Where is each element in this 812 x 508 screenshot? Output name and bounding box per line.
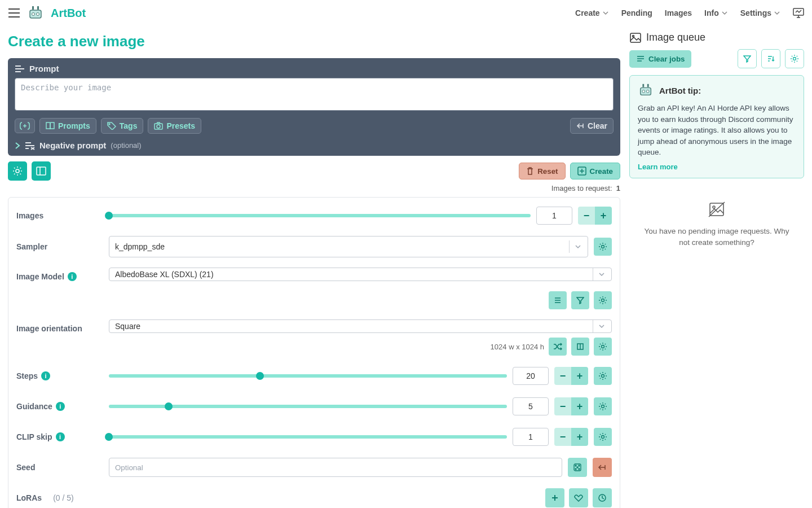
queue-sort[interactable]	[761, 49, 780, 68]
loras-fav[interactable]	[569, 488, 588, 507]
brand-title[interactable]: ArtBot	[51, 7, 86, 20]
tip-body: Grab an API key! An AI Horde API key all…	[638, 103, 796, 158]
nav-monitor-icon[interactable]	[793, 8, 804, 18]
steps-minus[interactable]: −	[554, 367, 571, 385]
no-image-icon	[629, 201, 804, 218]
info-icon[interactable]: i	[68, 272, 77, 281]
prompt-label: Prompt	[29, 64, 59, 73]
model-select[interactable]: AlbedoBase XL (SDXL) (21)	[109, 268, 612, 281]
settings-view-button[interactable]	[8, 161, 27, 181]
nav-info[interactable]: Info	[704, 8, 728, 17]
prompt-input[interactable]	[15, 78, 614, 111]
layout-view-button[interactable]	[32, 161, 51, 181]
seed-random-button[interactable]	[568, 458, 587, 477]
images-to-request: Images to request: 1	[8, 184, 620, 192]
sampler-select[interactable]: k_dpmpp_sde	[109, 236, 588, 257]
steps-gear[interactable]	[594, 367, 612, 385]
images-slider[interactable]	[109, 214, 531, 217]
images-minus[interactable]: −	[578, 207, 595, 225]
images-value[interactable]	[536, 207, 572, 225]
clipskip-gear[interactable]	[594, 428, 612, 446]
clipskip-plus[interactable]: +	[571, 428, 588, 446]
seed-clear-button[interactable]	[593, 458, 612, 477]
loras-history[interactable]	[593, 488, 612, 507]
create-button[interactable]: Create	[570, 163, 621, 179]
orientation-gear[interactable]	[594, 338, 612, 356]
camera-icon	[154, 122, 163, 130]
prompts-button[interactable]: Prompts	[39, 118, 96, 134]
guidance-slider[interactable]	[109, 405, 507, 408]
columns-icon	[36, 167, 46, 176]
seed-input[interactable]	[109, 458, 562, 477]
model-list-button[interactable]	[549, 291, 567, 309]
clipskip-value[interactable]	[513, 428, 549, 446]
image-icon	[629, 32, 642, 43]
sampler-label: Sampler	[16, 242, 101, 251]
learn-more-link[interactable]: Learn more	[638, 163, 678, 171]
info-icon[interactable]: i	[56, 402, 65, 411]
negative-prompt-toggle[interactable]: Negative prompt (optional)	[15, 141, 614, 150]
steps-plus[interactable]: +	[571, 367, 588, 385]
orientation-select[interactable]: Square	[109, 319, 612, 333]
steps-value[interactable]	[513, 367, 549, 385]
chevron-down-icon	[574, 243, 582, 251]
clear-prompt-button[interactable]: Clear	[570, 118, 614, 134]
orientation-shuffle[interactable]	[549, 338, 567, 356]
orientation-label: Image orientation	[16, 319, 101, 333]
orientation-crop[interactable]	[571, 338, 589, 356]
guidance-gear[interactable]	[594, 397, 612, 415]
info-icon[interactable]: i	[41, 371, 50, 380]
nav-images[interactable]: Images	[665, 8, 692, 17]
svg-point-42	[602, 436, 604, 439]
guidance-plus[interactable]: +	[571, 397, 588, 415]
gear-icon	[598, 432, 607, 441]
page-title: Create a new image	[8, 33, 620, 50]
images-plus[interactable]: +	[595, 207, 612, 225]
orientation-value: Square	[115, 322, 588, 331]
logo-icon	[27, 5, 44, 21]
gear-icon	[12, 166, 23, 176]
clipskip-slider[interactable]	[109, 435, 507, 439]
book-icon	[46, 122, 55, 130]
guidance-label: Guidance	[16, 402, 52, 411]
svg-rect-7	[37, 6, 39, 10]
gear-icon	[598, 242, 607, 251]
model-label: Image Model	[16, 272, 64, 281]
loras-label: LoRAs	[16, 493, 42, 502]
arrow-left-icon	[576, 122, 584, 129]
sampler-gear[interactable]	[594, 238, 612, 256]
svg-point-40	[602, 375, 604, 378]
gear-icon	[598, 342, 607, 351]
svg-point-18	[157, 125, 160, 128]
steps-slider[interactable]	[109, 374, 507, 378]
svg-point-32	[602, 246, 604, 248]
clear-jobs-label: Clear jobs	[648, 55, 685, 63]
svg-rect-57	[630, 33, 641, 42]
queue-settings[interactable]	[785, 49, 804, 68]
loras-add[interactable]	[545, 488, 564, 507]
info-icon[interactable]: i	[56, 432, 65, 441]
nav-create-label: Create	[575, 8, 600, 17]
clipskip-minus[interactable]: −	[554, 428, 571, 446]
hamburger-icon[interactable]	[8, 8, 20, 18]
tags-button[interactable]: Tags	[101, 118, 144, 134]
lines-icon	[636, 55, 645, 62]
queue-filter[interactable]	[738, 49, 757, 68]
nav-settings[interactable]: Settings	[740, 8, 780, 17]
model-filter-button[interactable]	[571, 291, 589, 309]
svg-point-73	[713, 206, 715, 208]
guidance-value[interactable]	[513, 397, 549, 415]
empty-queue-msg: You have no pending image requests. Why …	[629, 226, 804, 249]
nav-pending[interactable]: Pending	[621, 8, 652, 17]
nav-create[interactable]: Create	[575, 8, 609, 17]
svg-point-26	[16, 169, 19, 173]
reset-button[interactable]: Reset	[519, 163, 565, 179]
svg-point-45	[579, 465, 580, 466]
chevron-right-icon	[15, 142, 20, 150]
presets-button[interactable]: Presets	[148, 118, 201, 134]
model-gear-button[interactable]	[594, 291, 612, 309]
images-label: Images	[16, 211, 101, 220]
clear-jobs-button[interactable]: Clear jobs	[629, 50, 691, 68]
guidance-minus[interactable]: −	[554, 397, 571, 415]
prompt-add-button[interactable]	[15, 119, 35, 133]
